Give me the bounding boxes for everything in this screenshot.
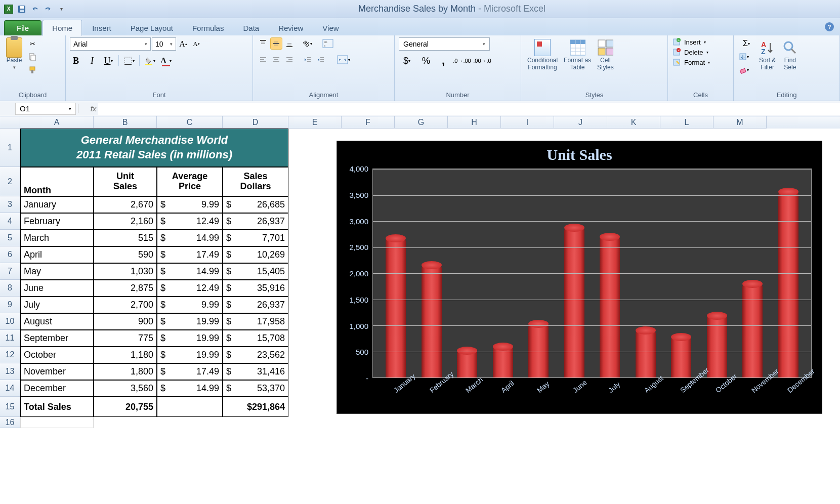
- align-top-icon[interactable]: [257, 37, 269, 50]
- chart-bar[interactable]: [600, 237, 620, 377]
- format-as-table-button[interactable]: Format as Table: [562, 37, 593, 73]
- align-middle-icon[interactable]: [270, 37, 282, 50]
- row-header-16[interactable]: 16: [0, 417, 20, 428]
- tab-formulas[interactable]: Formulas: [183, 20, 233, 35]
- bold-button[interactable]: B: [70, 55, 82, 67]
- name-box[interactable]: O1▾: [15, 103, 76, 115]
- comma-format-icon[interactable]: ,: [437, 55, 449, 67]
- total-units[interactable]: 20,755: [94, 397, 157, 417]
- total-label[interactable]: Total Sales: [20, 397, 94, 417]
- tab-data[interactable]: Data: [234, 20, 268, 35]
- row-header-3[interactable]: 3: [0, 196, 20, 213]
- tab-page-layout[interactable]: Page Layout: [121, 20, 182, 35]
- increase-font-icon[interactable]: A▴: [177, 38, 189, 50]
- fill-color-icon[interactable]: ▾: [144, 55, 156, 67]
- col-header-M[interactable]: M: [713, 116, 767, 129]
- header-month[interactable]: Month: [20, 167, 94, 196]
- save-icon[interactable]: [16, 4, 27, 15]
- row-header-12[interactable]: 12: [0, 347, 20, 363]
- row-header-1[interactable]: 1: [0, 129, 20, 167]
- chart-bar[interactable]: [636, 330, 656, 377]
- row-header-4[interactable]: 4: [0, 213, 20, 230]
- chart-bar[interactable]: [422, 265, 442, 377]
- select-all-corner[interactable]: [0, 116, 20, 129]
- chart-bar[interactable]: [742, 284, 763, 377]
- format-painter-icon[interactable]: [26, 64, 38, 76]
- accounting-format-icon[interactable]: $ ▾: [399, 55, 415, 67]
- cut-icon[interactable]: ✂: [26, 37, 38, 50]
- col-header-I[interactable]: I: [501, 116, 554, 129]
- row-header-14[interactable]: 14: [0, 380, 20, 397]
- conditional-formatting-button[interactable]: Conditional Formatting: [525, 37, 560, 73]
- borders-icon[interactable]: ▾: [123, 55, 135, 67]
- copy-icon[interactable]: [26, 51, 38, 63]
- align-right-icon[interactable]: [283, 54, 296, 66]
- font-size-combo[interactable]: 10▾: [152, 37, 176, 51]
- chart-bar[interactable]: [386, 238, 406, 377]
- percent-format-icon[interactable]: %: [420, 55, 432, 67]
- chart-bar[interactable]: [457, 351, 477, 377]
- row-header-8[interactable]: 8: [0, 280, 20, 297]
- insert-cells-button[interactable]: +Insert▾: [672, 37, 706, 47]
- redo-icon[interactable]: [43, 4, 54, 15]
- chart-bar[interactable]: [564, 228, 584, 377]
- increase-decimal-icon[interactable]: .0→.00: [454, 55, 470, 67]
- header-sales-dollars[interactable]: Sales Dollars: [223, 167, 288, 196]
- row-header-6[interactable]: 6: [0, 246, 20, 263]
- tab-home[interactable]: Home: [43, 20, 82, 36]
- col-header-C[interactable]: C: [157, 116, 223, 129]
- align-bottom-icon[interactable]: [283, 37, 296, 50]
- fx-icon[interactable]: fx: [78, 104, 98, 113]
- qat-customize-icon[interactable]: ▾: [56, 4, 67, 15]
- help-icon[interactable]: ?: [825, 22, 834, 31]
- sort-filter-button[interactable]: AZ Sort & Filter: [757, 37, 778, 73]
- col-header-K[interactable]: K: [607, 116, 660, 129]
- italic-button[interactable]: I: [86, 55, 98, 67]
- tab-review[interactable]: Review: [269, 20, 312, 35]
- merge-center-icon[interactable]: ▾: [335, 54, 352, 66]
- total-price-blank[interactable]: [157, 397, 223, 417]
- cells-area[interactable]: General Merchandise World 2011 Retail Sa…: [20, 129, 840, 428]
- align-left-icon[interactable]: [257, 54, 269, 66]
- col-header-J[interactable]: J: [554, 116, 607, 129]
- paste-button[interactable]: Paste ▾: [4, 37, 24, 72]
- autosum-icon[interactable]: Σ ▾: [738, 37, 755, 50]
- underline-button[interactable]: U▾: [102, 55, 114, 67]
- tab-insert[interactable]: Insert: [83, 20, 120, 35]
- col-header-B[interactable]: B: [94, 116, 157, 129]
- header-unit-sales[interactable]: Unit Sales: [94, 167, 157, 196]
- align-center-icon[interactable]: [270, 54, 282, 66]
- clear-icon[interactable]: ▾: [738, 64, 750, 76]
- tab-file[interactable]: File: [4, 20, 41, 35]
- row-header-2[interactable]: 2: [0, 167, 20, 196]
- cell-styles-button[interactable]: Cell Styles: [595, 37, 616, 73]
- row-header-7[interactable]: 7: [0, 263, 20, 280]
- row-header-9[interactable]: 9: [0, 297, 20, 313]
- chart-bar[interactable]: [778, 192, 799, 377]
- find-select-button[interactable]: Find Sele: [780, 37, 800, 73]
- fill-icon[interactable]: ▾: [738, 51, 750, 63]
- excel-logo-icon[interactable]: X: [3, 4, 14, 15]
- decrease-font-icon[interactable]: A▾: [190, 38, 202, 50]
- decrease-decimal-icon[interactable]: .00→.0: [475, 55, 490, 67]
- embedded-chart[interactable]: Unit Sales 4,0003,5003,0002,5002,0001,50…: [337, 141, 822, 414]
- font-color-icon[interactable]: A▾: [160, 55, 172, 67]
- orientation-icon[interactable]: ab▾: [302, 37, 314, 50]
- row-header-10[interactable]: 10: [0, 313, 20, 330]
- format-cells-button[interactable]: Format▾: [672, 58, 710, 67]
- row-header-5[interactable]: 5: [0, 230, 20, 246]
- decrease-indent-icon[interactable]: [302, 54, 314, 66]
- sheet-title[interactable]: General Merchandise World 2011 Retail Sa…: [20, 129, 288, 167]
- col-header-A[interactable]: A: [20, 116, 94, 129]
- wrap-text-icon[interactable]: abc: [322, 37, 334, 50]
- row-header-11[interactable]: 11: [0, 330, 20, 347]
- col-header-H[interactable]: H: [448, 116, 501, 129]
- increase-indent-icon[interactable]: [315, 54, 327, 66]
- col-header-F[interactable]: F: [342, 116, 395, 129]
- row-header-15[interactable]: 15: [0, 397, 20, 417]
- col-header-G[interactable]: G: [395, 116, 448, 129]
- total-dollars[interactable]: $291,864: [223, 397, 288, 417]
- chart-bar[interactable]: [671, 337, 691, 377]
- header-avg-price[interactable]: Average Price: [157, 167, 223, 196]
- delete-cells-button[interactable]: ×Delete▾: [672, 48, 708, 57]
